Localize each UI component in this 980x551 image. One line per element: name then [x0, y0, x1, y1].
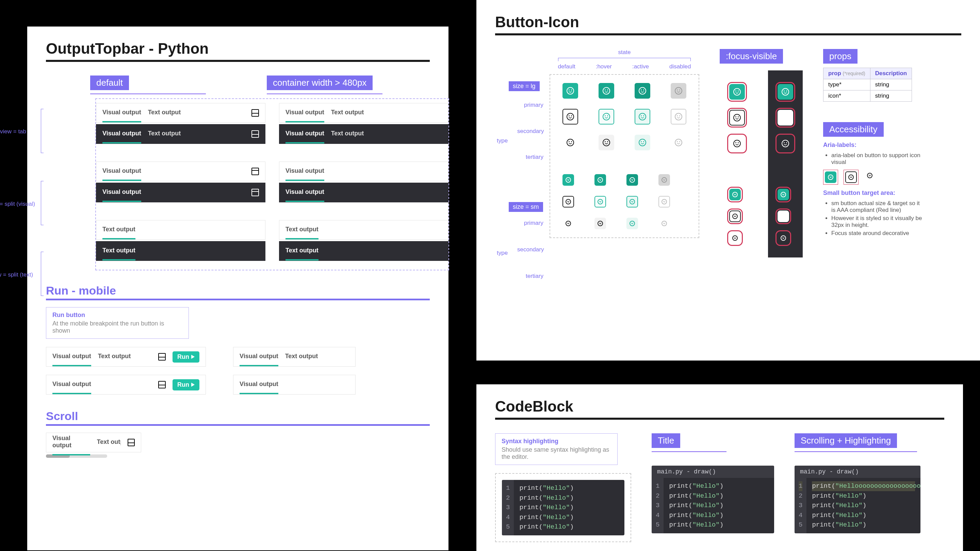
layout-tab-icon[interactable]	[251, 189, 259, 196]
target-tertiary[interactable]	[864, 170, 875, 181]
tab-text[interactable]: Text output	[331, 130, 364, 138]
tab-visual[interactable]: Visual output	[240, 353, 278, 361]
topbar-split-text-light: Text output	[96, 220, 266, 240]
icon-button-primary[interactable]	[563, 83, 578, 98]
tab-visual[interactable]: Visual output	[102, 109, 141, 118]
focus-secondary[interactable]	[729, 110, 745, 125]
focus-secondary-dark[interactable]	[778, 110, 793, 125]
icon-button-sm-tertiary[interactable]	[563, 218, 574, 229]
icon-button-sm-secondary[interactable]	[563, 196, 574, 208]
bracket-icon	[41, 181, 43, 225]
focus-sm-primary[interactable]	[729, 189, 741, 200]
smiley-icon	[848, 175, 854, 180]
target-secondary[interactable]	[845, 171, 857, 183]
size-lg-tag: size = lg	[509, 81, 540, 91]
tab-text[interactable]: Text output	[285, 247, 318, 256]
layout-grid-icon[interactable]	[127, 439, 135, 446]
state-col-labels: default :hover :active disabled	[550, 63, 699, 70]
icon-button-primary-active[interactable]	[635, 83, 650, 98]
icon-button-tertiary-hover[interactable]	[598, 135, 614, 150]
icon-button-sm-tertiary-disabled	[659, 218, 670, 229]
smiley-icon	[566, 87, 574, 95]
tab-text[interactable]: Text output	[148, 130, 181, 138]
tab-visual[interactable]: Visual output	[52, 435, 90, 450]
code-line: "Hello"	[692, 502, 720, 509]
code-title: main.py - draw()	[795, 465, 920, 478]
focus-sm-secondary-dark[interactable]	[778, 211, 789, 222]
icon-button-secondary[interactable]	[563, 109, 578, 124]
button-matrix	[550, 74, 699, 238]
tab-visual[interactable]: Visual output	[285, 109, 324, 118]
focus-sm-tertiary-dark[interactable]	[778, 232, 789, 244]
icon-button-secondary-active[interactable]	[635, 109, 650, 124]
icon-button-sm-primary-hover[interactable]	[595, 174, 606, 186]
focus-primary-dark[interactable]	[778, 84, 793, 100]
topbar-tab-light-wide: Visual output Text output	[279, 103, 449, 123]
run-button[interactable]: Run	[172, 379, 199, 391]
tab-visual[interactable]: Visual output	[102, 130, 141, 138]
smiley-icon	[782, 114, 789, 121]
col-rule	[795, 451, 917, 452]
focus-tertiary[interactable]	[729, 136, 745, 151]
target-primary[interactable]	[825, 171, 837, 183]
tab-text[interactable]: Text output	[285, 226, 318, 234]
tab-text[interactable]: Text output	[285, 353, 318, 361]
tab-text-truncated[interactable]: Text output	[97, 438, 121, 447]
icon-button-secondary-hover[interactable]	[598, 109, 614, 124]
topbar-split-text-dark-wide: Text output	[279, 241, 449, 261]
run-button[interactable]: Run	[172, 351, 199, 362]
focus-tertiary-dark[interactable]	[778, 136, 793, 151]
panel-title: OutputTopbar - Python	[46, 40, 430, 57]
icon-button-secondary-disabled	[671, 109, 686, 124]
layout-grid-icon[interactable]	[251, 130, 259, 138]
tab-visual[interactable]: Visual output	[52, 381, 91, 389]
icon-button-sm-secondary-hover[interactable]	[595, 196, 606, 208]
code-block-titled: main.py - draw() 12345 print("Hello") pr…	[652, 465, 774, 533]
tab-visual[interactable]: Visual output	[285, 130, 324, 138]
icon-button-tertiary-active[interactable]	[635, 135, 650, 150]
tab-visual[interactable]: Visual output	[285, 189, 324, 197]
sub-rule	[46, 299, 430, 300]
panel-rule	[46, 60, 430, 62]
icon-button-sm-primary[interactable]	[563, 174, 574, 186]
icon-button-sm-tertiary-hover[interactable]	[595, 218, 606, 229]
tab-text[interactable]: Text output	[331, 109, 364, 118]
focus-sm-primary-dark[interactable]	[778, 189, 789, 200]
icon-button-tertiary[interactable]	[563, 135, 578, 150]
icon-button-primary-hover[interactable]	[598, 83, 614, 98]
layout-tab-icon[interactable]	[251, 168, 259, 175]
smiley-icon	[630, 199, 635, 205]
tab-text[interactable]: Text output	[102, 226, 135, 234]
layout-grid-icon[interactable]	[158, 353, 166, 360]
tab-visual[interactable]: Visual output	[102, 167, 141, 176]
tab-text[interactable]: Text output	[98, 353, 131, 361]
code-line: "Hello"	[543, 523, 570, 530]
tab-visual[interactable]: Visual output	[240, 381, 278, 389]
tab-text[interactable]: Text output	[102, 247, 135, 256]
type-primary: primary	[524, 102, 543, 108]
code-line: "Hello"	[835, 511, 862, 519]
smiley-icon	[733, 140, 741, 147]
icon-button-sm-tertiary-active[interactable]	[627, 218, 638, 229]
layout-grid-icon[interactable]	[158, 381, 166, 388]
icon-button-sm-secondary-active[interactable]	[627, 196, 638, 208]
focus-sm-secondary[interactable]	[729, 211, 741, 222]
col-rule	[90, 94, 206, 94]
tab-text[interactable]: Text output	[148, 109, 181, 118]
code-title: main.py - draw()	[652, 465, 774, 478]
code-line: "Hello"	[835, 492, 862, 500]
focus-sm-tertiary[interactable]	[729, 232, 741, 244]
run-mobile-heading: Run - mobile	[46, 284, 430, 297]
icon-button-sm-primary-active[interactable]	[627, 174, 638, 186]
layout-grid-icon[interactable]	[251, 109, 259, 117]
tab-visual[interactable]: Visual output	[102, 189, 141, 197]
tab-visual[interactable]: Visual output	[285, 167, 324, 176]
props-table: prop (*required)Description type*string …	[823, 68, 912, 102]
tab-visual[interactable]: Visual output	[52, 353, 91, 361]
state-group-label: state	[550, 49, 699, 56]
code-block-scroll: main.py - draw() 12345 print("Helloooooo…	[795, 465, 920, 533]
smiley-icon	[598, 177, 603, 183]
run-label: Run	[177, 353, 189, 360]
focus-primary[interactable]	[729, 84, 745, 100]
props-tag: props	[823, 49, 858, 64]
